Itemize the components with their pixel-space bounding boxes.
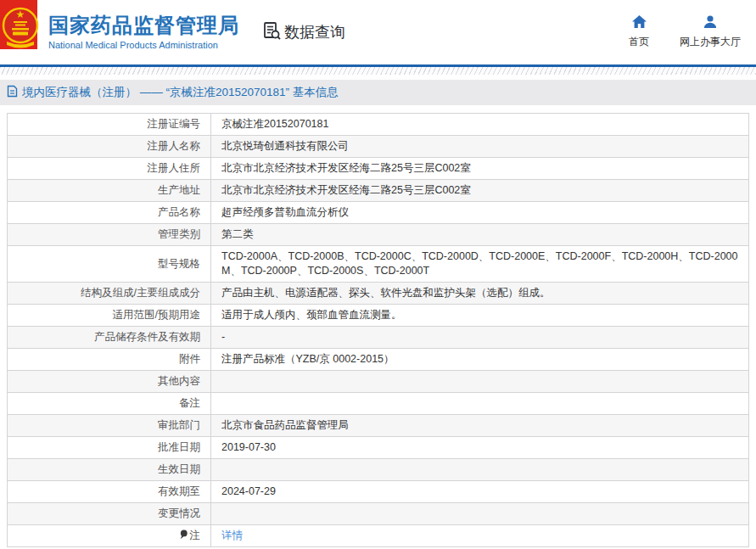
- table-row: 变更情况: [8, 503, 749, 525]
- row-label: 注册人住所: [8, 158, 211, 180]
- table-row: 适用范围/预期用途适用于成人颅内、颈部血管血流测量。: [8, 305, 749, 327]
- row-label: 结构及组成/主要组成成分: [8, 283, 211, 305]
- row-value: -: [211, 327, 749, 349]
- org-title-block: 国家药品监督管理局 National Medical Products Admi…: [48, 14, 239, 51]
- table-row: 结构及组成/主要组成成分产品由主机、电源适配器、探头、软件光盘和监护头架（选配）…: [8, 283, 749, 305]
- data-query-label: 数据查询: [284, 22, 345, 42]
- table-row: 有效期至2024-07-29: [8, 481, 749, 503]
- row-label: 批准日期: [8, 437, 211, 459]
- row-value: TCD-2000A、TCD-2000B、TCD-2000C、TCD-2000D、…: [211, 246, 749, 283]
- row-label: 产品名称: [8, 202, 211, 224]
- row-value: 产品由主机、电源适配器、探头、软件光盘和监护头架（选配）组成。: [211, 283, 749, 305]
- row-label: 注册人名称: [8, 136, 211, 158]
- row-label: 其他内容: [8, 371, 211, 393]
- hatched-divider-band: [0, 67, 756, 75]
- nmpa-emblem-logo: ★: [0, 0, 42, 53]
- row-value: 北京悦琦创通科技有限公司: [211, 136, 749, 158]
- document-icon: [7, 85, 18, 101]
- row-value: 京械注准20152070181: [211, 114, 749, 136]
- row-label: 注册证编号: [8, 114, 211, 136]
- row-label: 注: [8, 525, 211, 547]
- nav-item-label: 首页: [629, 35, 649, 49]
- table-row: 备注: [8, 393, 749, 415]
- table-row: 审批部门北京市食品药品监督管理局: [8, 415, 749, 437]
- detail-link[interactable]: 详情: [221, 529, 243, 541]
- row-value: 北京市北京经济技术开发区经海二路25号三层C002室: [211, 158, 749, 180]
- row-label: 有效期至: [8, 481, 211, 503]
- row-value: [211, 371, 749, 393]
- header-nav: 首页 网上办事大厅: [629, 15, 741, 49]
- row-value: 超声经颅多普勒血流分析仪: [211, 202, 749, 224]
- row-label: 审批部门: [8, 415, 211, 437]
- page-header: ★ 国家药品监督管理局 National Medical Products Ad…: [0, 0, 756, 64]
- row-label: 生产地址: [8, 180, 211, 202]
- breadcrumb-text: 境内医疗器械（注册） —— “京械注准20152070181” 基本信息: [22, 85, 339, 100]
- table-row: 其他内容: [8, 371, 749, 393]
- row-value: 注册产品标准（YZB/京 0002-2015）: [211, 349, 749, 371]
- row-label: 型号规格: [8, 246, 211, 283]
- table-row: 管理类别第二类: [8, 224, 749, 246]
- row-value: 北京市北京经济技术开发区经海二路25号三层C002室: [211, 180, 749, 202]
- nav-item-service-hall[interactable]: 网上办事大厅: [680, 15, 741, 49]
- svg-text:★: ★: [16, 8, 25, 20]
- table-row: 产品储存条件及有效期-: [8, 327, 749, 349]
- data-query-section[interactable]: 数据查询: [261, 20, 345, 44]
- row-value: [211, 503, 749, 525]
- row-value: [211, 459, 749, 481]
- row-value: 北京市食品药品监督管理局: [211, 415, 749, 437]
- table-row: 注详情: [8, 525, 749, 547]
- row-value: 第二类: [211, 224, 749, 246]
- row-value: 2024-07-29: [211, 481, 749, 503]
- table-row: 注册证编号京械注准20152070181: [8, 114, 749, 136]
- org-title: 国家药品监督管理局: [48, 14, 239, 37]
- nav-item-home[interactable]: 首页: [629, 15, 649, 49]
- row-label: 管理类别: [8, 224, 211, 246]
- row-label: 备注: [8, 393, 211, 415]
- table-row: 批准日期2019-07-30: [8, 437, 749, 459]
- row-label: 产品储存条件及有效期: [8, 327, 211, 349]
- table-row: 注册人名称北京悦琦创通科技有限公司: [8, 136, 749, 158]
- table-row: 产品名称超声经颅多普勒血流分析仪: [8, 202, 749, 224]
- row-label: 适用范围/预期用途: [8, 305, 211, 327]
- table-row: 生产地址北京市北京经济技术开发区经海二路25号三层C002室: [8, 180, 749, 202]
- table-row: 注册人住所北京市北京经济技术开发区经海二路25号三层C002室: [8, 158, 749, 180]
- table-row: 型号规格TCD-2000A、TCD-2000B、TCD-2000C、TCD-20…: [8, 246, 749, 283]
- document-search-icon: [261, 20, 282, 44]
- org-subtitle: National Medical Products Administration: [48, 39, 239, 51]
- row-value: 2019-07-30: [211, 437, 749, 459]
- row-value: [211, 393, 749, 415]
- user-icon: [703, 15, 717, 31]
- row-label: 生效日期: [8, 459, 211, 481]
- national-emblem-icon: ★: [0, 0, 42, 53]
- pin-icon: [179, 529, 190, 541]
- info-table-body: 注册证编号京械注准20152070181注册人名称北京悦琦创通科技有限公司注册人…: [8, 114, 749, 547]
- home-icon: [632, 15, 647, 31]
- registration-info-table: 注册证编号京械注准20152070181注册人名称北京悦琦创通科技有限公司注册人…: [7, 113, 749, 547]
- row-label: 附件: [8, 349, 211, 371]
- row-value: 详情: [211, 525, 749, 547]
- breadcrumb: 境内医疗器械（注册） —— “京械注准20152070181” 基本信息: [0, 80, 756, 105]
- nav-item-label: 网上办事大厅: [680, 35, 741, 49]
- row-label: 变更情况: [8, 503, 211, 525]
- table-row: 附件注册产品标准（YZB/京 0002-2015）: [8, 349, 749, 371]
- table-row: 生效日期: [8, 459, 749, 481]
- row-value: 适用于成人颅内、颈部血管血流测量。: [211, 305, 749, 327]
